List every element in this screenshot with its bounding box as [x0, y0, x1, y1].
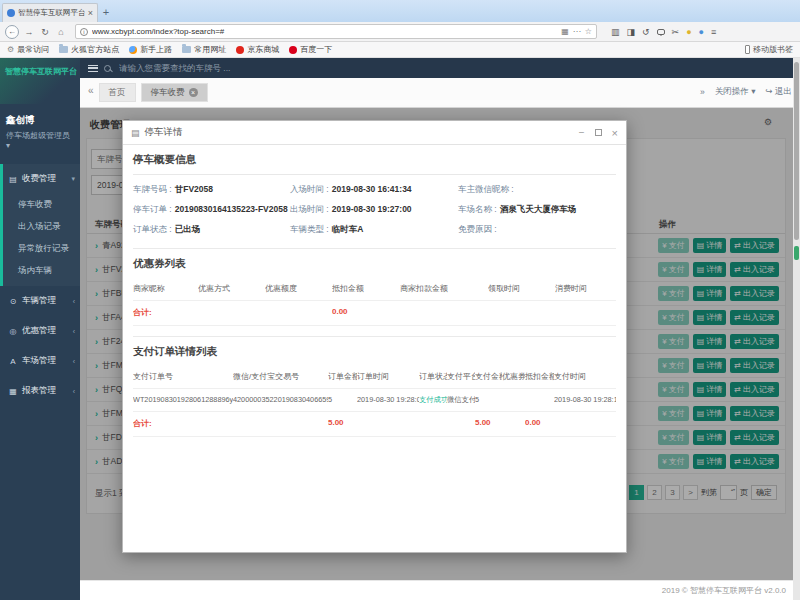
browser-scrollbar[interactable] — [793, 58, 800, 600]
payment-cell — [525, 395, 554, 405]
back-button[interactable]: ← — [5, 25, 19, 39]
brand-area: 智慧停车互联网平台 — [0, 58, 80, 104]
payment-total-cell: 5.00 — [328, 418, 357, 429]
sidebar-children: 停车收费出入场记录异常放行记录场内车辆 — [3, 194, 80, 286]
new-tab-button[interactable]: + — [98, 3, 114, 22]
undo-icon[interactable]: ↺ — [642, 27, 650, 37]
browser-tab[interactable]: 智慧停车互联网平台 - 主页 × — [2, 3, 98, 22]
sidebar-subitem[interactable]: 异常放行记录 — [3, 238, 80, 260]
payment-cell: 5 — [475, 395, 502, 405]
bookmark-item[interactable]: 常用网址 — [182, 44, 226, 55]
payment-section: 支付订单详情列表 支付订单号微信/支付宝交易号订单金额订单时间订单状态支付平台支… — [133, 336, 616, 437]
coupon-total-cell: 合计: — [133, 307, 198, 318]
firefox-ball-icon — [129, 46, 137, 54]
payment-total-cell: 合计: — [133, 418, 233, 429]
parking-detail-modal: ▤ 停车详情 − × 停车概要信息 车牌号码 :甘FV2058入场时间 :201… — [122, 120, 627, 553]
site-info-icon[interactable]: i — [80, 28, 88, 36]
forward-button[interactable]: → — [23, 27, 35, 37]
sidebar-item-label: 优惠管理 — [22, 325, 56, 337]
account-icon[interactable]: ● — [686, 27, 691, 37]
summary-field: 出场时间 :2019-08-30 19:27:00 — [290, 204, 458, 216]
minimize-icon[interactable]: − — [579, 127, 585, 138]
tab-close-icon[interactable]: × — [189, 88, 198, 97]
extension-icon[interactable]: ● — [699, 27, 704, 37]
chevron-left-icon: ‹ — [73, 358, 75, 365]
summary-field: 订单状态 :已出场 — [133, 224, 290, 236]
mobile-bookmarks[interactable]: 移动版书签 — [745, 44, 793, 55]
bookmark-item[interactable]: 百度一下 — [289, 44, 332, 55]
bookmark-star-icon[interactable]: ☆ — [585, 27, 592, 36]
sidebar-item[interactable]: A车场管理‹ — [3, 346, 80, 376]
field-label: 出场时间 : — [290, 204, 329, 214]
menu-icon[interactable]: ≡ — [711, 27, 716, 37]
app-brand[interactable]: 智慧停车互联网平台 — [5, 66, 75, 77]
plate-search-input[interactable] — [117, 62, 792, 74]
maximize-icon[interactable] — [595, 129, 602, 136]
logout-button[interactable]: ↪ 退出 — [766, 86, 793, 98]
bookmark-item[interactable]: ⚙最常访问 — [7, 44, 49, 55]
close-icon[interactable]: × — [612, 127, 618, 139]
coupon-col-header: 商家昵称 — [133, 283, 198, 294]
chat-icon[interactable] — [657, 29, 665, 35]
site-favicon-icon — [7, 9, 15, 17]
tab-home[interactable]: 首页 — [99, 83, 136, 102]
vehicle-icon: ⊙ — [8, 297, 18, 306]
chevron-down-icon: ▾ — [71, 175, 75, 183]
bookmark-item[interactable]: 火狐官方站点 — [59, 44, 119, 55]
bookmark-label: 常用网址 — [194, 44, 226, 55]
payment-col-header: 优惠券 — [502, 371, 525, 382]
url-bar[interactable]: i www.xcbypt.com/index?top-search=# ▦ ⋯ … — [75, 24, 597, 39]
sidebar-block: A车场管理‹ — [0, 346, 80, 376]
sidebar-icon[interactable]: ◨ — [627, 27, 636, 37]
toolbar-icons: ▥◨↺✂●●≡ — [611, 27, 716, 37]
browser-navbar: ← → ↻ ⌂ i www.xcbypt.com/index?top-searc… — [0, 22, 800, 42]
tab-parking-fee[interactable]: 停车收费 × — [141, 83, 208, 102]
tabs-scroll-right-icon[interactable]: » — [700, 87, 705, 97]
scrollbar-thumb[interactable] — [794, 62, 799, 240]
qr-icon[interactable]: ▦ — [561, 27, 569, 36]
scrollbar-marker — [794, 246, 799, 260]
sidebar-subitem[interactable]: 出入场记录 — [3, 216, 80, 238]
payment-total-cell: 0.00 — [525, 418, 554, 429]
lot-icon: A — [8, 357, 18, 366]
library-icon[interactable]: ▥ — [611, 27, 620, 37]
app-footer: 2019 © 智慧停车互联网平台 v2.0.0 — [80, 580, 800, 600]
user-role-dropdown[interactable]: 停车场超级管理员 ▾ — [6, 130, 74, 150]
screenshot-icon[interactable]: ✂ — [672, 27, 680, 37]
summary-title: 停车概要信息 — [133, 145, 616, 175]
sidebar-item[interactable]: ▦报表管理‹ — [3, 376, 80, 406]
sidebar-item[interactable]: ◎优惠管理‹ — [3, 316, 80, 346]
payment-col-header: 支付金额 — [475, 371, 502, 382]
payment-cell: 微信支付 — [447, 395, 475, 405]
bookmarks-bar: ⚙最常访问火狐官方站点新手上路常用网址京东商城百度一下移动版书签 — [0, 42, 800, 58]
tab-close-icon[interactable]: × — [88, 8, 93, 18]
close-operations-dropdown[interactable]: 关闭操作 ▾ — [715, 86, 756, 98]
payment-col-header: 支付时间 — [554, 371, 616, 382]
summary-field: 停车订单 :20190830164135223-FV2058 — [133, 204, 290, 216]
home-button[interactable]: ⌂ — [55, 27, 67, 37]
bookmark-item[interactable]: 京东商城 — [236, 44, 279, 55]
url-text[interactable]: www.xcbypt.com/index?top-search=# — [92, 27, 557, 36]
page-tab-bar: « 首页 停车收费 × » 关闭操作 ▾ ↪ 退出 — [80, 78, 800, 108]
tabs-scroll-left-icon[interactable]: « — [88, 85, 94, 96]
coupon-total-cell — [265, 307, 332, 318]
sidebar-block: ▦报表管理‹ — [0, 376, 80, 406]
bookmark-label: 移动版书签 — [753, 44, 793, 55]
sidebar-item[interactable]: ⊙车辆管理‹ — [3, 286, 80, 316]
bookmark-item[interactable]: 新手上路 — [129, 44, 172, 55]
sidebar-subitem[interactable]: 场内车辆 — [3, 260, 80, 282]
summary-field: 车主微信昵称 : — [458, 184, 616, 196]
reload-button[interactable]: ↻ — [39, 27, 51, 37]
field-value: 酒泉飞天大厦停车场 — [500, 204, 577, 214]
field-value: 已出场 — [175, 224, 201, 234]
baidu-icon — [289, 46, 297, 54]
page-actions-icon[interactable]: ⋯ — [573, 27, 581, 36]
field-value: 20190830164135223-FV2058 — [175, 204, 288, 214]
sidebar-subitem[interactable]: 停车收费 — [3, 194, 80, 216]
sidebar-item-label: 报表管理 — [22, 385, 56, 397]
payment-cell: 4200000352201908304066595073 — [233, 395, 328, 405]
bookmark-label: 最常访问 — [17, 44, 49, 55]
menu-toggle-icon[interactable] — [88, 65, 98, 72]
sidebar-item[interactable]: ▤收费管理▾ — [3, 164, 80, 194]
payment-col-header: 抵扣金额 — [525, 371, 554, 382]
